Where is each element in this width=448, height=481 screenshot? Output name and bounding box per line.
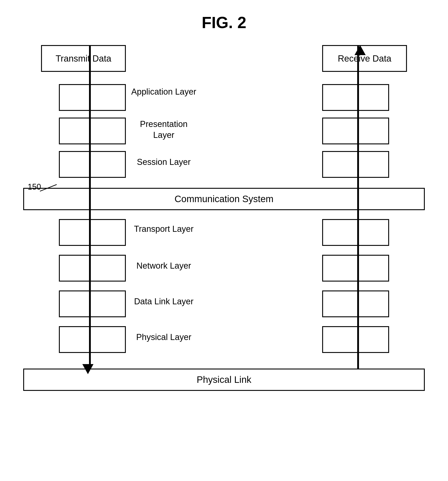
transmit-arrow-tip [82,364,93,374]
session-layer-left-box [59,151,126,178]
transmit-data-box: Transmit Data [41,45,126,72]
receive-arrow-tip [355,45,366,55]
page-title: FIG. 2 [0,0,448,32]
transport-layer-label: Transport Layer [130,224,197,234]
presentation-layer-right-box [322,118,389,144]
session-layer-right-box [322,151,389,178]
label-150: 150 [28,182,41,192]
transmit-arrow-line [89,45,91,368]
transport-layer-right-box [322,219,389,246]
diagram-container: Transmit Data Receive Data Application L… [23,45,425,480]
receive-arrow-line [357,45,359,368]
communication-system-bar: Communication System [23,188,425,210]
presentation-layer-left-box [59,118,126,144]
data-link-layer-label: Data Link Layer [130,296,197,307]
application-layer-right-box [322,84,389,111]
network-layer-label: Network Layer [130,260,197,271]
transmit-data-label: Transmit Data [56,53,111,64]
presentation-layer-label: Presentation Layer [130,119,197,141]
physical-layer-right-box [322,326,389,353]
physical-link-label: Physical Link [197,374,251,385]
physical-layer-label: Physical Layer [130,332,197,343]
network-layer-right-box [322,255,389,282]
network-layer-left-box [59,255,126,282]
svg-line-0 [40,185,57,191]
application-layer-left-box [59,84,126,111]
data-link-layer-right-box [322,291,389,317]
physical-layer-left-box [59,326,126,353]
data-link-layer-left-box [59,291,126,317]
application-layer-label: Application Layer [130,86,197,97]
session-layer-label: Session Layer [130,157,197,167]
transport-layer-left-box [59,219,126,246]
communication-system-label: Communication System [174,194,273,204]
